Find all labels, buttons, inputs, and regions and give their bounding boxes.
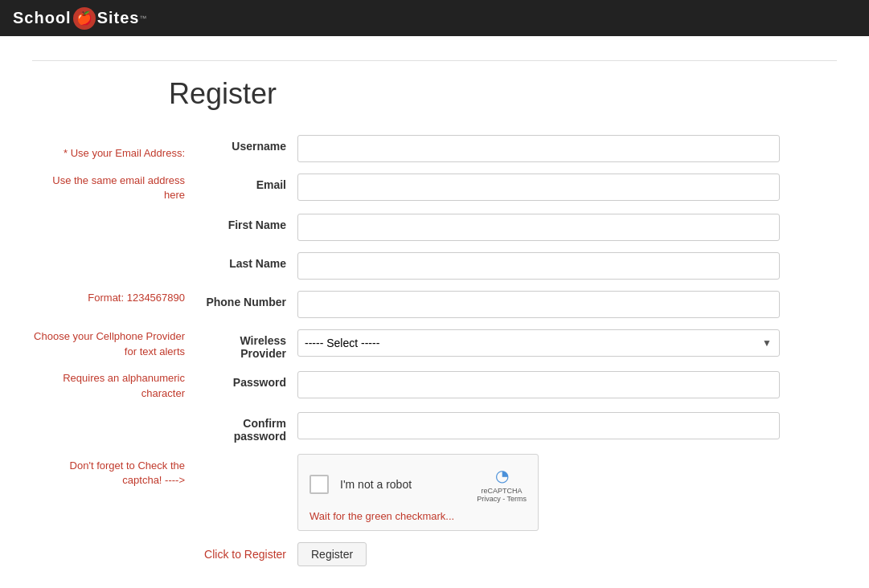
main-content: Register * Use your Email Address: Usern… — [0, 36, 869, 588]
confirm-password-input[interactable] — [297, 412, 780, 439]
wireless-input-area: ----- Select ----- AT&T Verizon T-Mobile… — [297, 329, 780, 357]
captcha-row: Don't forget to Check the captcha! ---->… — [32, 454, 837, 531]
wireless-label: Wireless Provider — [193, 329, 297, 360]
top-divider — [32, 60, 837, 61]
register-hint-label: Click to Register — [193, 548, 297, 561]
logo-badge: 🍎 — [73, 7, 96, 30]
password-input-area — [297, 371, 780, 398]
page-title: Register — [169, 77, 837, 111]
apple-icon: 🍎 — [76, 10, 92, 26]
password-row: Requires an alphanumeric character Passw… — [32, 371, 837, 400]
logo: School 🍎 Sites ™ — [13, 7, 146, 30]
captcha-hint-area: Don't forget to Check the captcha! ----> — [32, 454, 193, 488]
captcha-wait-text: Wait for the green checkmark... — [309, 509, 527, 522]
wireless-hint-area: Choose your Cellphone Provider for text … — [32, 329, 193, 358]
captcha-widget-area: I'm not a robot ◔ reCAPTCHA Privacy - Te… — [297, 454, 539, 531]
logo-school: School — [13, 9, 72, 27]
phone-hint: Format: 1234567890 — [88, 292, 185, 304]
register-button[interactable]: Register — [297, 542, 367, 566]
lastname-label: Last Name — [193, 252, 297, 270]
lastname-input-area — [297, 252, 780, 280]
username-label: Username — [193, 135, 297, 153]
logo-tm: ™ — [139, 14, 146, 22]
phone-input[interactable] — [297, 291, 780, 318]
confirm-password-row: Confirm password — [32, 412, 837, 443]
wireless-row: Choose your Cellphone Provider for text … — [32, 329, 837, 360]
wireless-select-wrapper: ----- Select ----- AT&T Verizon T-Mobile… — [297, 329, 780, 357]
confirm-password-input-area — [297, 412, 780, 439]
firstname-label: First Name — [193, 214, 297, 231]
captcha-checkbox[interactable] — [309, 475, 329, 494]
lastname-input[interactable] — [297, 252, 780, 280]
username-hint-area: * Use your Email Address: — [32, 135, 193, 161]
phone-label: Phone Number — [193, 291, 297, 308]
firstname-row: First Name — [32, 214, 837, 241]
password-input[interactable] — [297, 371, 780, 398]
confirm-password-label: Confirm password — [193, 412, 297, 443]
header: School 🍎 Sites ™ — [0, 0, 869, 36]
firstname-input-area — [297, 214, 780, 241]
password-hint: Requires an alphanumeric character — [63, 372, 185, 398]
phone-input-area — [297, 291, 780, 318]
captcha-not-robot-label: I'm not a robot — [340, 478, 469, 491]
captcha-logo: ◔ reCAPTCHA Privacy - Terms — [477, 466, 527, 503]
captcha-box: I'm not a robot ◔ reCAPTCHA Privacy - Te… — [297, 454, 539, 531]
email-hint-area: Use the same email address here — [32, 174, 193, 202]
wireless-select[interactable]: ----- Select ----- AT&T Verizon T-Mobile… — [297, 329, 780, 357]
password-label: Password — [193, 371, 297, 389]
recaptcha-links: Privacy - Terms — [477, 495, 527, 503]
email-input[interactable] — [297, 174, 780, 201]
email-hint: Use the same email address here — [52, 174, 185, 201]
captcha-hint: Don't forget to Check the captcha! ----> — [70, 459, 185, 486]
wireless-hint: Choose your Cellphone Provider for text … — [34, 330, 185, 357]
username-row: * Use your Email Address: Username — [32, 135, 837, 162]
email-input-area — [297, 174, 780, 201]
recaptcha-icon: ◔ — [495, 466, 509, 485]
register-row: Click to Register Register — [32, 542, 837, 566]
captcha-inner: I'm not a robot ◔ reCAPTCHA Privacy - Te… — [309, 466, 527, 503]
logo-sites: Sites — [97, 9, 140, 27]
phone-hint-area: Format: 1234567890 — [32, 291, 193, 305]
email-row: Use the same email address here Email — [32, 174, 837, 202]
email-label: Email — [193, 174, 297, 191]
username-hint: * Use your Email Address: — [64, 147, 185, 159]
recaptcha-brand: reCAPTCHA — [482, 487, 523, 495]
password-hint-area: Requires an alphanumeric character — [32, 371, 193, 400]
phone-row: Format: 1234567890 Phone Number — [32, 291, 837, 318]
username-input-area — [297, 135, 780, 162]
firstname-input[interactable] — [297, 214, 780, 241]
username-input[interactable] — [297, 135, 780, 162]
lastname-row: Last Name — [32, 252, 837, 280]
